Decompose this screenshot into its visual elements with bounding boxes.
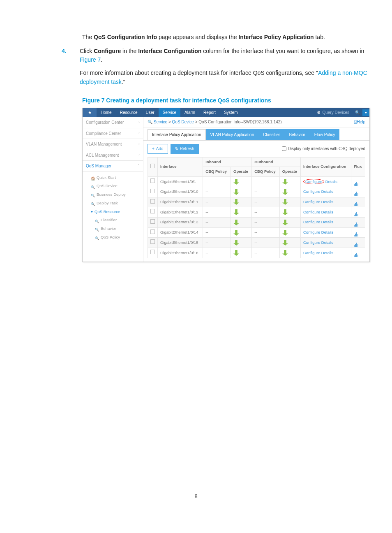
cell-in-operate[interactable] <box>231 177 252 187</box>
tab-vlan-policy-application[interactable]: VLAN Policy Application <box>206 129 259 141</box>
download-icon[interactable] <box>282 230 288 236</box>
display-cbq-checkbox[interactable]: Display only interfaces with CBQ deploye… <box>282 146 365 152</box>
search-icon[interactable]: 🔍 <box>353 109 362 116</box>
cell-flux[interactable] <box>351 197 365 207</box>
details-link[interactable]: Details <box>321 189 333 194</box>
download-icon[interactable] <box>233 189 239 195</box>
configure-link[interactable]: Configure <box>303 189 320 194</box>
configure-link[interactable]: Configure <box>303 199 320 204</box>
details-link[interactable]: Details <box>321 220 333 224</box>
row-checkbox[interactable] <box>150 250 155 254</box>
cell-out-operate[interactable] <box>279 248 300 258</box>
download-icon[interactable] <box>233 220 239 225</box>
cell-flux[interactable] <box>351 217 365 227</box>
flux-icon[interactable] <box>354 180 359 184</box>
row-checkbox[interactable] <box>150 219 155 224</box>
flux-icon[interactable] <box>354 210 359 214</box>
cell-out-operate[interactable] <box>279 187 300 197</box>
row-checkbox[interactable] <box>150 189 155 193</box>
download-icon[interactable] <box>282 189 288 195</box>
configure-link[interactable]: Configure <box>303 220 320 224</box>
download-icon[interactable] <box>282 220 288 225</box>
cell-in-operate[interactable] <box>231 238 252 248</box>
cell-in-operate[interactable] <box>231 217 252 227</box>
cell-out-operate[interactable] <box>279 177 300 187</box>
flux-icon[interactable] <box>354 241 359 245</box>
topnav-alarm[interactable]: Alarm <box>180 108 199 117</box>
flux-icon[interactable] <box>354 200 359 204</box>
tree-qos-resource[interactable]: ▾ QoS Resource <box>88 208 143 216</box>
details-link[interactable]: Details <box>321 210 333 214</box>
tree-qos-device[interactable]: QoS Device <box>88 182 143 190</box>
cell-flux[interactable] <box>351 248 365 258</box>
topnav-home[interactable]: Home <box>97 108 116 117</box>
download-icon[interactable] <box>282 250 288 256</box>
flux-icon[interactable] <box>354 190 359 194</box>
select-all-checkbox[interactable] <box>150 164 155 168</box>
cell-in-operate[interactable] <box>231 197 252 207</box>
help-link[interactable]: ⍰Help <box>354 119 365 125</box>
configure-link[interactable]: Configure <box>303 179 324 185</box>
download-icon[interactable] <box>233 240 239 246</box>
dropdown-icon[interactable]: ▾ <box>362 109 369 116</box>
download-icon[interactable] <box>233 179 239 185</box>
cell-flux[interactable] <box>351 187 365 197</box>
details-link[interactable]: Details <box>321 199 333 204</box>
tree-business-deploy[interactable]: Business Deploy <box>88 190 143 199</box>
tab-flow-policy[interactable]: Flow Policy <box>310 129 340 141</box>
topnav-service[interactable]: Service <box>159 108 180 117</box>
row-checkbox[interactable] <box>150 239 155 244</box>
download-icon[interactable] <box>233 199 239 205</box>
cell-out-operate[interactable] <box>279 238 300 248</box>
configure-link[interactable]: Configure <box>303 240 320 245</box>
download-icon[interactable] <box>282 240 288 246</box>
cell-in-operate[interactable] <box>231 187 252 197</box>
configure-link[interactable]: Configure <box>303 250 320 255</box>
sidebar-item-acl-management[interactable]: ACL Management› <box>83 150 143 161</box>
row-checkbox[interactable] <box>150 199 155 204</box>
cell-flux[interactable] <box>351 207 365 218</box>
sidebar-item-qos-manager[interactable]: QoS Manager˅ <box>83 161 143 172</box>
download-icon[interactable] <box>233 230 239 236</box>
cell-flux[interactable] <box>351 227 365 238</box>
sidebar-item-vlan-management[interactable]: VLAN Management› <box>83 139 143 150</box>
tab-classifier[interactable]: Classifier <box>258 129 284 141</box>
topnav-system[interactable]: System <box>220 108 242 117</box>
download-icon[interactable] <box>233 250 239 256</box>
cell-in-operate[interactable] <box>231 207 252 218</box>
cell-out-operate[interactable] <box>279 207 300 218</box>
configure-link[interactable]: Configure <box>303 210 320 214</box>
sidebar-item-configuration-center[interactable]: Configuration Center› <box>83 117 143 128</box>
flux-icon[interactable] <box>354 220 359 225</box>
download-icon[interactable] <box>282 199 288 205</box>
tree-behavior[interactable]: Behavior <box>92 225 143 233</box>
row-checkbox[interactable] <box>150 229 155 234</box>
tree-qos-policy[interactable]: QoS Policy <box>92 233 143 242</box>
flux-icon[interactable] <box>354 231 359 235</box>
cell-out-operate[interactable] <box>279 217 300 227</box>
add-button[interactable]: +Add <box>148 144 168 154</box>
cell-flux[interactable] <box>351 177 365 187</box>
sidebar-item-compliance-center[interactable]: Compliance Center› <box>83 128 143 139</box>
tree-quick-start[interactable]: Quick Start <box>88 174 143 182</box>
gear-icon[interactable]: ⚙ <box>315 109 322 116</box>
topnav-report[interactable]: Report <box>199 108 220 117</box>
query-devices-input[interactable]: Query Devices <box>322 109 353 116</box>
tree-classifier[interactable]: Classifier <box>92 216 143 225</box>
details-link[interactable]: Details <box>321 230 333 234</box>
tree-deploy-task[interactable]: Deploy Task <box>88 199 143 208</box>
display-cbq-checkbox-input[interactable] <box>282 146 286 151</box>
cell-flux[interactable] <box>351 238 365 248</box>
tab-interface-policy-application[interactable]: Interface Policy Application <box>148 129 206 141</box>
tab-behavior[interactable]: Behavior <box>284 129 309 141</box>
cell-in-operate[interactable] <box>231 248 252 258</box>
details-link[interactable]: Details <box>321 240 333 245</box>
cell-in-operate[interactable] <box>231 227 252 238</box>
row-checkbox[interactable] <box>150 209 155 213</box>
download-icon[interactable] <box>282 209 288 215</box>
refresh-button[interactable]: ↻Refresh <box>171 144 199 154</box>
configure-link[interactable]: Configure <box>303 230 320 234</box>
download-icon[interactable] <box>282 179 288 185</box>
details-link[interactable]: Details <box>325 179 337 184</box>
download-icon[interactable] <box>233 209 239 215</box>
